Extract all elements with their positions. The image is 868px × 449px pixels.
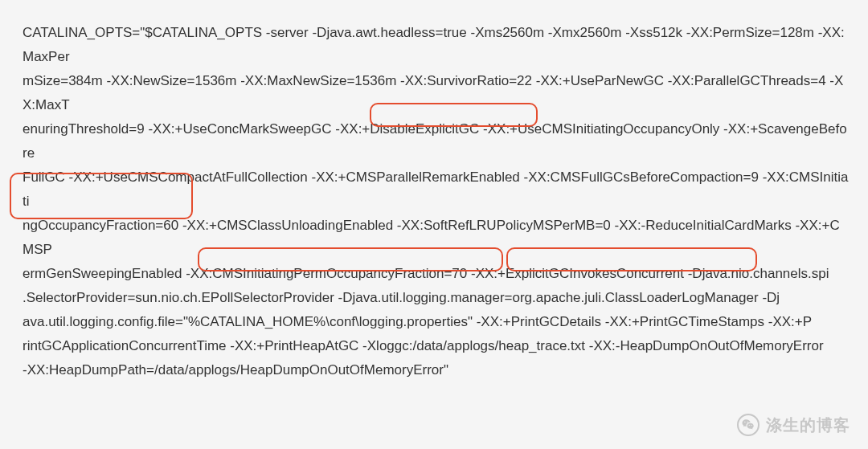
code-line: CATALINA_OPTS="$CATALINA_OPTS -server -D… [23,21,849,69]
code-line: rintGCApplicationConcurrentTime -XX:+Pri… [23,334,849,358]
code-line: ngOccupancyFraction=60 -XX:+CMSClassUnlo… [23,214,849,262]
page: CATALINA_OPTS="$CATALINA_OPTS -server -D… [0,0,868,449]
code-line: mSize=384m -XX:NewSize=1536m -XX:MaxNewS… [23,69,849,117]
code-line: enuringThreshold=9 -XX:+UseConcMarkSweep… [23,117,849,165]
wechat-icon [737,414,760,436]
code-line: ava.util.logging.config.file="%CATALINA_… [23,310,849,334]
code-line: FullGC -XX:+UseCMSCompactAtFullCollectio… [23,165,849,214]
code-line: .SelectorProvider=sun.nio.ch.EPollSelect… [23,286,849,310]
jvm-options-text: CATALINA_OPTS="$CATALINA_OPTS -server -D… [23,21,849,382]
code-line: ermGenSweepingEnabled -XX:CMSInitiatingP… [23,262,849,286]
code-line: -XX:HeapDumpPath=/data/applogs/HeapDumpO… [23,358,849,382]
watermark-text: 涤生的博客 [766,414,850,436]
watermark: 涤生的博客 [737,414,850,436]
